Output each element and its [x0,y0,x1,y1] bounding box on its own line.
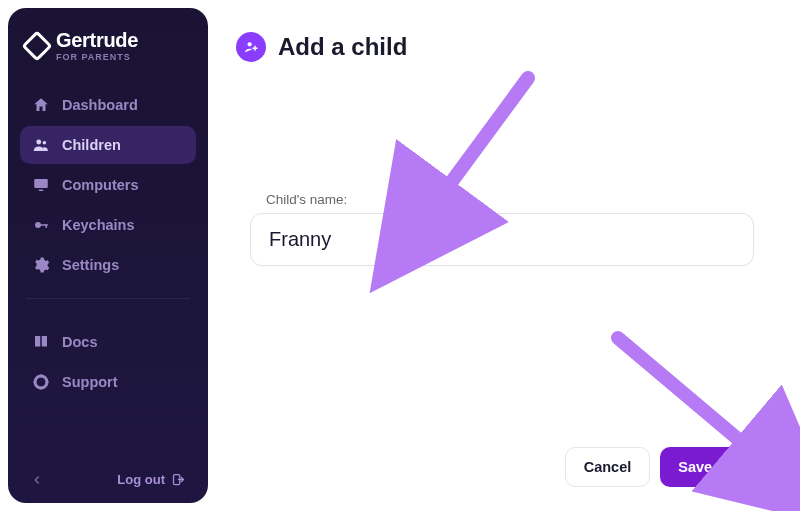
sidebar-item-label: Settings [62,257,119,273]
logout-label: Log out [117,472,165,487]
sidebar-item-docs[interactable]: Docs [20,323,196,361]
svg-point-1 [43,141,47,145]
secondary-nav: Docs Support [20,323,196,401]
svg-rect-8 [40,387,42,390]
page-header: Add a child [236,32,768,62]
svg-rect-2 [34,179,48,188]
svg-rect-6 [46,224,48,228]
primary-nav: Dashboard Children Computers Keychains [20,86,196,284]
user-plus-icon [236,32,266,62]
brand-subtitle: FOR PARENTS [56,53,138,62]
sidebar: Gertrude FOR PARENTS Dashboard Children [8,8,208,503]
svg-line-15 [618,338,758,456]
sidebar-item-children[interactable]: Children [20,126,196,164]
brand-name: Gertrude [56,30,138,50]
child-name-label: Child's name: [250,192,754,207]
svg-rect-10 [46,381,49,383]
sidebar-item-label: Support [62,374,118,390]
save-child-button[interactable]: Save child [660,447,768,487]
users-icon [32,136,50,154]
sidebar-item-label: Dashboard [62,97,138,113]
child-name-input[interactable] [250,213,754,266]
book-icon [32,333,50,351]
monitor-icon [32,176,50,194]
home-icon [32,96,50,114]
sidebar-item-label: Keychains [62,217,135,233]
svg-rect-3 [39,190,44,192]
sidebar-item-label: Docs [62,334,97,350]
svg-point-13 [248,42,252,46]
svg-point-0 [36,140,41,145]
add-child-form: Child's name: [236,192,768,266]
nav-divider [26,298,190,299]
sidebar-item-support[interactable]: Support [20,363,196,401]
life-ring-icon [32,373,50,391]
main-content: Add a child Child's name: Cancel Save ch… [228,8,792,503]
form-actions: Cancel Save child [565,447,768,487]
logout-icon [171,472,186,487]
sidebar-item-computers[interactable]: Computers [20,166,196,204]
cancel-button[interactable]: Cancel [565,447,651,487]
svg-line-14 [436,78,528,203]
brand-logo-icon [21,30,52,61]
gear-icon [32,256,50,274]
brand: Gertrude FOR PARENTS [20,26,196,76]
key-icon [32,216,50,234]
sidebar-item-dashboard[interactable]: Dashboard [20,86,196,124]
page-title: Add a child [278,33,407,61]
svg-rect-9 [34,381,37,383]
sidebar-item-label: Children [62,137,121,153]
logout-button[interactable]: Log out [117,472,186,487]
svg-rect-7 [40,375,42,378]
collapse-sidebar-button[interactable] [30,473,44,487]
sidebar-item-settings[interactable]: Settings [20,246,196,284]
sidebar-item-keychains[interactable]: Keychains [20,206,196,244]
svg-point-4 [35,222,41,228]
sidebar-item-label: Computers [62,177,139,193]
